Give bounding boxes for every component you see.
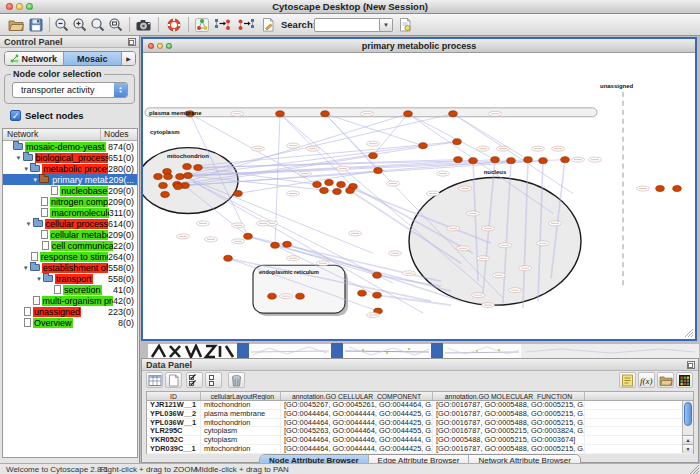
tab-network-attribute-browser[interactable]: Network Attribute Browser xyxy=(469,455,579,463)
attribute-notes-icon[interactable] xyxy=(619,372,636,388)
dropdown-stepper-icon[interactable]: ▲▼ xyxy=(114,83,127,97)
graph-node[interactable] xyxy=(491,157,500,163)
tree-row-label[interactable]: cell communicat xyxy=(51,241,113,251)
tree-row-label[interactable]: nucleobase- xyxy=(60,186,108,196)
graph-node[interactable] xyxy=(244,233,253,239)
network-canvas[interactable]: plasma membrane cytoplasm mitochondrion … xyxy=(143,54,695,339)
graph-node[interactable] xyxy=(449,111,458,117)
graph-node[interactable] xyxy=(325,180,334,186)
tree-row-label[interactable]: biological_process xyxy=(35,153,108,163)
table-cell[interactable]: [GO:0016787, GO:0005488, GO:0005215, G..… xyxy=(433,410,585,418)
graph-node[interactable] xyxy=(320,188,329,194)
graph-node[interactable] xyxy=(276,111,285,117)
more-tabs-icon[interactable]: ▶ xyxy=(122,52,135,65)
table-cell[interactable]: cytoplasm xyxy=(201,436,281,444)
table-cell[interactable]: YJR121W__1 xyxy=(147,401,201,409)
background-window[interactable] xyxy=(148,343,237,358)
table-cell[interactable]: mitochondrion xyxy=(201,445,281,453)
select-attributes-icon[interactable] xyxy=(186,372,203,388)
table-row[interactable]: YPL036W__2plasma membrane[GO:0044464, GO… xyxy=(147,410,693,419)
tree-row-label[interactable]: response to stimulu xyxy=(40,252,108,262)
table-cell[interactable]: plasma membrane xyxy=(201,410,281,418)
table-cell[interactable]: YKR052C xyxy=(147,436,201,444)
background-window-edge[interactable] xyxy=(431,343,443,358)
graph-node[interactable] xyxy=(673,186,682,192)
node-color-dropdown[interactable]: transporter activity ▲▼ xyxy=(12,82,128,98)
tab-node-attribute-browser[interactable]: Node Attribute Browser xyxy=(260,455,369,463)
graph-node[interactable] xyxy=(161,192,170,198)
graph-node[interactable] xyxy=(159,183,168,189)
zoom-fit-icon[interactable] xyxy=(89,16,107,34)
tree-row-label[interactable]: metabolic process xyxy=(42,164,108,174)
tab-network[interactable]: Network xyxy=(5,52,64,65)
graph-node[interactable] xyxy=(404,111,413,117)
tree-row[interactable]: secretion41(0) xyxy=(3,284,137,295)
graph-node[interactable] xyxy=(369,153,378,159)
graph-node[interactable] xyxy=(224,255,233,261)
table-cell[interactable]: mitochondrion xyxy=(201,419,281,427)
save-icon[interactable] xyxy=(27,16,45,34)
tree-row[interactable]: response to stimulu264(0) xyxy=(3,251,137,262)
table-row[interactable]: YDR039C__1mitochondrion[GO:0044464, GO:0… xyxy=(147,445,693,454)
table-cell[interactable]: [GO:0045263, GO:0044464, GO:0044455, G..… xyxy=(281,427,433,435)
open-file-icon[interactable] xyxy=(7,16,25,34)
table-row[interactable]: YPL036W__1mitochondrion[GO:0044464, GO:0… xyxy=(147,419,693,428)
table-row[interactable]: YKR052Ccytoplasm[GO:0044464, GO:0044446,… xyxy=(147,436,693,445)
tree-row-label[interactable]: primary metabo xyxy=(51,175,108,185)
tree-row[interactable]: mosaic-demo-yeast874(0) xyxy=(3,141,137,152)
graph-node[interactable] xyxy=(656,186,665,192)
tree-row[interactable]: cellular metabol209(0) xyxy=(3,229,137,240)
table-cell[interactable]: [GO:0044464, GO:0044444, GO:0044425, G..… xyxy=(281,445,433,453)
graph-node[interactable] xyxy=(268,293,277,299)
tree-row[interactable]: ▼primary metabo209(... xyxy=(3,174,137,185)
tree-row-label[interactable]: unassigned xyxy=(33,307,81,317)
expand-arrow-icon[interactable]: ▼ xyxy=(22,265,30,271)
table-column-header[interactable]: annotation.GO MOLECULAR_FUNCTION xyxy=(433,392,585,400)
graph-node[interactable] xyxy=(373,292,382,298)
table-cell[interactable]: [GO:0005488, GO:0005215, GO:0003674] xyxy=(433,436,585,444)
show-table-icon[interactable] xyxy=(146,372,163,388)
table-column-header[interactable]: _cellularLayoutRegion xyxy=(201,392,281,400)
attribute-matrix-icon[interactable] xyxy=(676,372,693,388)
scrollbar-thumb[interactable] xyxy=(684,402,692,426)
function-builder-icon[interactable]: f(x) xyxy=(638,372,655,388)
search-input[interactable] xyxy=(314,18,380,32)
table-cell[interactable]: [GO:0016787, GO:0005215, GO:0003824, G..… xyxy=(433,427,585,435)
background-window[interactable] xyxy=(343,343,431,358)
background-window[interactable] xyxy=(443,343,521,358)
graph-node[interactable] xyxy=(358,290,367,296)
tree-row-label[interactable]: cellular metabol xyxy=(50,230,108,240)
expand-arrow-icon[interactable]: ▼ xyxy=(31,177,39,183)
graph-node[interactable] xyxy=(453,139,462,145)
tree-row[interactable]: ▼transport558(0) xyxy=(3,273,137,284)
graph-node[interactable] xyxy=(346,188,355,194)
zoom-in-icon[interactable] xyxy=(71,16,89,34)
table-cell[interactable]: mitochondrion xyxy=(201,401,281,409)
tree-row-label[interactable]: establishment of lo xyxy=(42,263,108,273)
graph-node[interactable] xyxy=(154,174,163,180)
graph-node[interactable] xyxy=(321,111,330,117)
delete-attribute-icon[interactable] xyxy=(228,372,245,388)
tree-row-label[interactable]: mosaic-demo-yeast xyxy=(25,142,106,152)
tree-row[interactable]: ▼establishment of lo558(0) xyxy=(3,262,137,273)
snapshot-camera-icon[interactable] xyxy=(134,16,152,34)
tree-row[interactable]: multi-organism pro42(0) xyxy=(3,295,137,306)
expand-arrow-icon[interactable]: ▼ xyxy=(35,276,43,282)
help-icon[interactable] xyxy=(165,16,183,34)
resize-grip-icon[interactable] xyxy=(690,465,699,474)
tree-row-label[interactable]: macromolecule xyxy=(50,208,108,218)
table-row[interactable]: YLR295Ccytoplasm[GO:0045263, GO:0044464,… xyxy=(147,427,693,436)
graph-node[interactable] xyxy=(194,165,203,171)
graph-node[interactable] xyxy=(296,293,305,299)
tree-row[interactable]: Overview8(0) xyxy=(3,317,137,328)
table-cell[interactable]: [GO:0044464, GO:0044444, GO:0044425, G..… xyxy=(281,410,433,418)
select-nodes-checkbox[interactable]: ✓ xyxy=(10,110,21,121)
background-window-edge[interactable] xyxy=(331,343,343,358)
graph-node[interactable] xyxy=(469,158,478,164)
graph-node[interactable] xyxy=(337,182,346,188)
expand-arrow-icon[interactable]: ▼ xyxy=(25,221,33,227)
import-attributes-icon[interactable] xyxy=(657,372,674,388)
tree-row[interactable]: macromolecule311(0) xyxy=(3,207,137,218)
graph-node[interactable] xyxy=(183,164,192,170)
float-panel-icon[interactable] xyxy=(687,361,695,369)
